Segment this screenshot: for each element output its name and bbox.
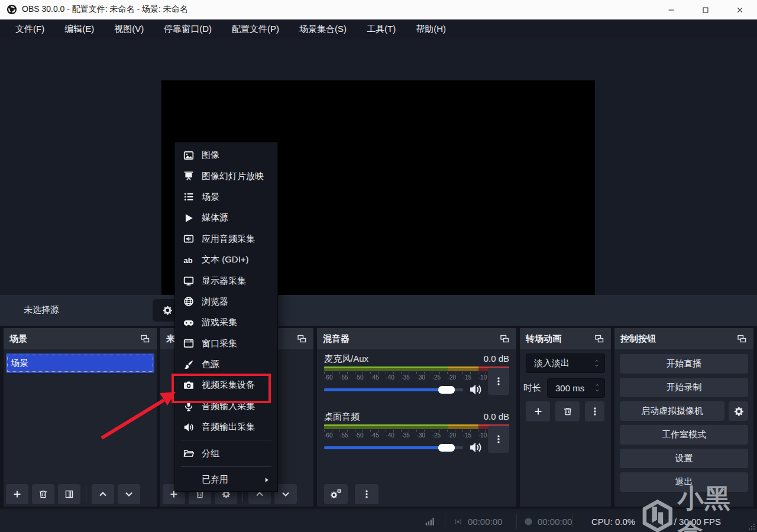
scenes-popout-button[interactable] [139,333,151,345]
meter-tick-label: -45 [370,374,378,381]
transition-select[interactable]: 淡入淡出 [526,353,605,373]
menu-file[interactable]: 文件(F) [8,20,51,38]
volume-slider-fill [324,446,448,449]
volume-slider[interactable] [324,446,463,449]
menu-item-game-capture[interactable]: 游戏采集 [175,312,277,333]
move-scene-down-button[interactable] [118,484,140,504]
chevron-down-icon [594,388,600,392]
volume-slider-handle[interactable] [438,386,455,394]
duration-spinbox[interactable]: 300 ms [547,378,605,398]
channel-menu-button[interactable] [488,368,509,395]
meter-tick-label: -45 [370,432,378,439]
transitions-popout-button[interactable] [593,333,605,345]
menu-item-window-capture[interactable]: 窗口采集 [175,333,277,354]
menu-help[interactable]: 帮助(H) [409,20,453,38]
mute-toggle-button[interactable] [469,383,482,396]
menu-docks[interactable]: 停靠窗口(D) [157,20,219,38]
meter-tick-marks [324,430,509,432]
chevron-down-icon [124,489,134,499]
advanced-audio-properties-button[interactable] [324,484,348,504]
controls-panel-header: 控制按钮 [614,328,753,349]
spin-arrows[interactable] [590,383,604,392]
source-toolbar-row: 未选择源 [0,295,757,326]
start-recording-button[interactable]: 开始录制 [620,378,748,397]
scene-filters-button[interactable] [58,484,80,504]
mixer-popout-button[interactable] [499,333,510,345]
meter-tick-labels: -60-55-50-45-40-35-30-25-20-15-10-50 [324,374,509,381]
volume-slider[interactable] [324,388,463,391]
kebab-menu-icon [494,377,503,386]
menu-scene-collection[interactable]: 场景集合(S) [292,20,354,38]
studio-mode-button[interactable]: 工作室模式 [620,425,748,445]
chevron-up-icon [98,489,108,499]
title-bar: OBS 30.0.0 - 配置文件: 未命名 - 场景: 未命名 [0,0,757,20]
menu-item-display-capture[interactable]: 显示器采集 [175,270,277,291]
transitions-panel-header: 转场动画 [520,328,611,349]
mixer-toolbar [324,484,378,504]
menu-item-group[interactable]: 分组 [175,443,277,463]
menu-separator [181,466,271,467]
menu-item-color-source[interactable]: 色源 [175,354,277,375]
add-scene-button[interactable] [6,484,28,504]
window-title: OBS 30.0.0 - 配置文件: 未命名 - 场景: 未命名 [22,4,188,15]
popout-icon [297,334,306,343]
chevron-down-icon [281,489,290,499]
minimize-button[interactable] [654,0,688,20]
controls-popout-button[interactable] [736,333,748,345]
move-scene-up-button[interactable] [92,484,114,504]
menu-tools[interactable]: 工具(T) [360,20,403,38]
menu-item-text-gdi[interactable]: 文本 (GDI+) [175,249,277,270]
start-virtual-camera-button[interactable]: 启动虚拟摄像机 [620,401,724,421]
meter-tick-label: -50 [355,432,363,439]
channel-menu-button[interactable] [488,426,509,453]
main-area [0,39,757,295]
menu-item-image[interactable]: 图像 [175,145,277,166]
mixer-panel-title: 混音器 [323,333,350,345]
volume-meter [324,366,509,371]
transition-menu-button[interactable] [585,401,604,421]
volume-slider-fill [324,388,448,391]
scene-list-item-selected[interactable]: 场景 [6,353,154,373]
statusbar-divider [445,514,445,529]
transition-duration-row: 时长 300 ms [523,378,605,398]
menu-item-media-source[interactable]: 媒体源 [175,207,277,228]
meter-tick-label: -60 [324,374,332,381]
plus-icon [12,489,22,499]
channel-name: 麦克风/Aux [324,353,368,366]
meter-tick-label: -10 [478,374,487,381]
color-source-icon [183,359,194,370]
audio-mixer-panel: 混音器 麦克风/Aux 0.0 dB -60-55-50-45-40-35-30… [317,328,516,507]
menu-item-slideshow[interactable]: 图像幻灯片放映 [175,166,277,186]
menu-item-browser[interactable]: 浏览器 [175,291,277,312]
volume-meter [324,424,509,429]
menu-view[interactable]: 视图(V) [107,20,151,38]
trash-icon [38,489,48,499]
remove-transition-button[interactable] [555,401,580,421]
menu-item-deprecated[interactable]: 已弃用 [175,469,277,490]
remove-scene-button[interactable] [32,484,54,504]
gear-icon [733,406,744,417]
menu-separator [181,440,271,440]
menu-edit[interactable]: 编辑(E) [57,20,101,38]
virtual-camera-settings-button[interactable] [729,401,748,421]
close-button[interactable] [723,0,757,20]
start-streaming-button[interactable]: 开始直播 [620,354,748,374]
speaker-icon [469,383,482,396]
volume-slider-handle[interactable] [438,444,455,452]
duration-value: 300 ms [555,383,584,393]
obs-window: OBS 30.0.0 - 配置文件: 未命名 - 场景: 未命名 文件(F) 编… [0,0,757,532]
mixer-menu-button[interactable] [355,484,378,504]
mute-toggle-button[interactable] [469,441,482,454]
maximize-button[interactable] [688,0,723,20]
kebab-menu-icon [362,489,371,499]
app-audio-capture-icon [183,233,194,244]
menu-item-audio-output-capture[interactable]: 音频输出采集 [175,417,277,437]
sources-popout-button[interactable] [296,333,308,345]
menu-profile[interactable]: 配置文件(P) [225,20,286,38]
add-transition-button[interactable] [526,401,550,421]
menu-item-scene[interactable]: 场景 [175,187,277,207]
meter-tick-label: -60 [324,432,332,439]
menu-item-app-audio-capture[interactable]: 应用音频采集 [175,229,277,249]
settings-button[interactable]: 设置 [620,449,748,468]
record-icon [524,517,533,526]
